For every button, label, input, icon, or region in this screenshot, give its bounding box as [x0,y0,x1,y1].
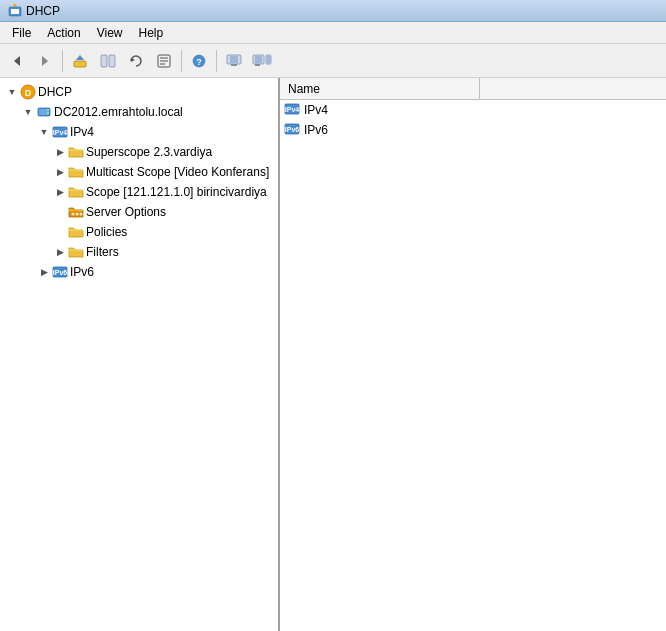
svg-rect-20 [255,56,262,63]
menu-view[interactable]: View [89,24,131,42]
tree-node-ipv6[interactable]: ▶ IPv6 IPv6 [0,262,278,282]
svg-text:IPv4: IPv4 [285,106,300,113]
tree-node-filters[interactable]: ▶ Filters [0,242,278,262]
monitor-add-button[interactable] [249,48,275,74]
toggle-superscope[interactable]: ▶ [52,144,68,160]
policies-label: Policies [86,225,127,239]
export-list-button[interactable] [151,48,177,74]
svg-text:?: ? [196,57,202,67]
svg-rect-5 [74,61,86,67]
ipv6-label: IPv6 [70,265,94,279]
toggle-server[interactable]: ▼ [20,104,36,120]
right-ipv6-label: IPv6 [304,123,328,137]
back-button[interactable] [4,48,30,74]
dhcp-root-label: DHCP [38,85,72,99]
superscope-folder-icon [68,144,84,160]
menu-file[interactable]: File [4,24,39,42]
toggle-multicast[interactable]: ▶ [52,164,68,180]
multicast-label: Multicast Scope [Video Konferans] [86,165,269,179]
show-hide-tree-button[interactable] [95,48,121,74]
svg-rect-21 [255,64,260,66]
svg-point-32 [72,213,75,216]
dhcp-root-icon: D [20,84,36,100]
title-bar-left: DHCP [8,4,60,18]
forward-button[interactable] [32,48,58,74]
server-options-label: Server Options [86,205,166,219]
superscope-label: Superscope 2.3.vardiya [86,145,212,159]
ipv6-icon: IPv6 [52,264,68,280]
svg-point-33 [76,213,79,216]
svg-point-2 [14,4,17,7]
filters-folder-icon [68,244,84,260]
tree-node-superscope[interactable]: ▶ Superscope 2.3.vardiya [0,142,278,162]
separator-2 [181,50,182,72]
svg-marker-9 [131,58,135,62]
server-icon [36,104,52,120]
col-name-header: Name [280,78,480,99]
toggle-scope[interactable]: ▶ [52,184,68,200]
svg-text:D: D [25,88,32,98]
title-bar: DHCP [0,0,666,22]
svg-text:IPv4: IPv4 [53,129,68,136]
server-options-folder-icon [68,204,84,220]
svg-rect-1 [11,9,19,14]
toolbar: ? [0,44,666,78]
column-header: Name [280,78,666,100]
tree-node-dhcp[interactable]: ▼ D DHCP [0,82,278,102]
scope-folder-icon [68,184,84,200]
svg-marker-4 [42,56,48,66]
svg-rect-23 [267,56,270,63]
svg-rect-8 [109,55,115,67]
menu-bar: File Action View Help [0,22,666,44]
right-ipv4-icon: IPv4 [284,101,300,120]
monitor-view-button[interactable] [221,48,247,74]
separator-3 [216,50,217,72]
svg-text:IPv6: IPv6 [53,269,68,276]
right-ipv6-icon: IPv6 [284,121,300,140]
app-icon [8,4,22,18]
toggle-ipv4[interactable]: ▼ [36,124,52,140]
toggle-ipv6[interactable]: ▶ [36,264,52,280]
separator-1 [62,50,63,72]
right-list-item-ipv6[interactable]: IPv6 IPv6 [280,120,666,140]
policies-folder-icon [68,224,84,240]
tree-node-policies[interactable]: Policies [0,222,278,242]
toggle-filters[interactable]: ▶ [52,244,68,260]
scope-label: Scope [121.121.1.0] birincivardiya [86,185,267,199]
svg-rect-7 [101,55,107,67]
tree-node-server[interactable]: ▼ DC2012.emrahtolu.local [0,102,278,122]
tree-node-multicast[interactable]: ▶ Multicast Scope [Video Konferans] [0,162,278,182]
right-list-item-ipv4[interactable]: IPv4 IPv4 [280,100,666,120]
svg-point-29 [47,112,49,114]
tree-node-scope[interactable]: ▶ Scope [121.121.1.0] birincivardiya [0,182,278,202]
right-ipv4-label: IPv4 [304,103,328,117]
ipv4-label: IPv4 [70,125,94,139]
tree-node-ipv4[interactable]: ▼ IPv4 IPv4 [0,122,278,142]
help-button[interactable]: ? [186,48,212,74]
menu-action[interactable]: Action [39,24,88,42]
up-button[interactable] [67,48,93,74]
svg-point-28 [47,109,49,111]
multicast-folder-icon [68,164,84,180]
svg-point-34 [80,213,83,216]
title-bar-text: DHCP [26,4,60,18]
left-pane: ▼ D DHCP ▼ DC2012.emrah [0,78,280,631]
tree-node-server-options[interactable]: Server Options [0,202,278,222]
ipv4-icon: IPv4 [52,124,68,140]
toggle-dhcp[interactable]: ▼ [4,84,20,100]
filters-label: Filters [86,245,119,259]
svg-text:IPv6: IPv6 [285,126,300,133]
svg-rect-18 [231,64,237,66]
menu-help[interactable]: Help [131,24,172,42]
main-area: ▼ D DHCP ▼ DC2012.emrah [0,78,666,631]
refresh-button[interactable] [123,48,149,74]
server-label: DC2012.emrahtolu.local [54,105,183,119]
svg-rect-17 [230,56,238,63]
svg-marker-6 [76,55,84,60]
svg-marker-3 [14,56,20,66]
right-pane: Name IPv4 IPv4 IPv6 IPv6 [280,78,666,631]
